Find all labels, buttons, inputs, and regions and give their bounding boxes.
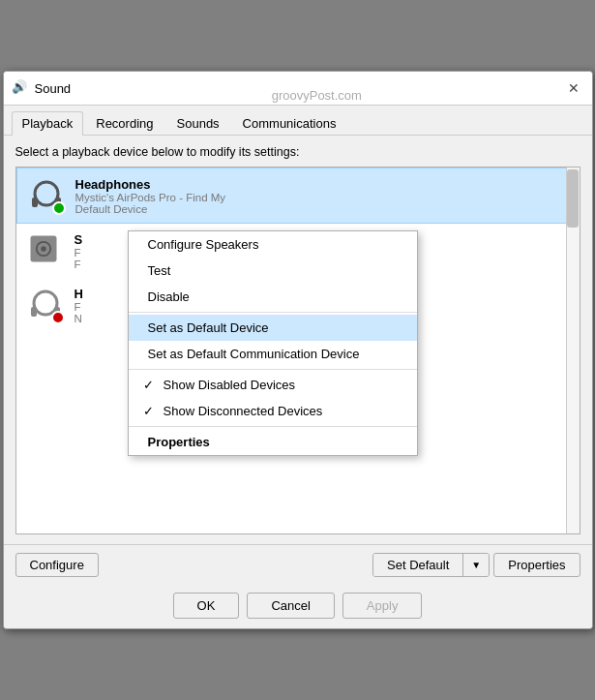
status-dot-green bbox=[52, 201, 66, 215]
device-sub2-headphones: Default Device bbox=[75, 203, 569, 215]
sound-dialog: 🔊 Sound groovyPost.com ✕ Playback Record… bbox=[3, 71, 593, 629]
set-default-arrow-button[interactable]: ▼ bbox=[463, 554, 489, 576]
status-dot-red bbox=[51, 311, 65, 324]
ctx-separator-3 bbox=[129, 426, 417, 427]
device-sub1-headphones: Mystic's AirPods Pro - Find My bbox=[75, 192, 569, 203]
device-list[interactable]: Headphones Mystic's AirPods Pro - Find M… bbox=[15, 167, 580, 534]
dialog-title: Sound bbox=[35, 81, 72, 96]
context-menu: Configure Speakers Test Disable Set as D… bbox=[128, 230, 418, 456]
svg-rect-7 bbox=[31, 307, 37, 317]
svg-point-5 bbox=[41, 246, 45, 251]
sound-icon: 🔊 bbox=[12, 79, 29, 97]
configure-button[interactable]: Configure bbox=[15, 553, 99, 577]
title-bar: 🔊 Sound groovyPost.com ✕ bbox=[4, 72, 592, 106]
tab-playback[interactable]: Playback bbox=[12, 111, 84, 136]
set-default-group: Set Default ▼ bbox=[372, 553, 490, 577]
ok-cancel-row: OK Cancel Apply bbox=[4, 585, 592, 628]
scrollbar-thumb[interactable] bbox=[567, 169, 579, 228]
ctx-configure[interactable]: Configure Speakers bbox=[129, 231, 417, 258]
device-icon-headphones-wrap bbox=[27, 176, 66, 215]
ctx-set-default-comm[interactable]: Set as Default Communication Device bbox=[129, 341, 417, 367]
ctx-set-default[interactable]: Set as Default Device bbox=[129, 315, 417, 341]
ctx-show-disconnected[interactable]: ✓ Show Disconnected Devices bbox=[129, 398, 417, 424]
ctx-disable[interactable]: Disable bbox=[129, 284, 417, 310]
ctx-separator-2 bbox=[129, 369, 417, 370]
cancel-button[interactable]: Cancel bbox=[247, 593, 334, 619]
instruction-text: Select a playback device below to modify… bbox=[15, 145, 580, 159]
device-icon-headphones2-wrap bbox=[26, 286, 65, 324]
device-info-headphones: Headphones Mystic's AirPods Pro - Find M… bbox=[75, 177, 569, 215]
set-default-button[interactable]: Set Default bbox=[373, 554, 463, 576]
main-content: Select a playback device below to modify… bbox=[4, 136, 592, 544]
ctx-properties[interactable]: Properties bbox=[129, 429, 417, 455]
svg-rect-1 bbox=[32, 198, 38, 207]
check-disabled-icon: ✓ bbox=[140, 378, 158, 392]
properties-button[interactable]: Properties bbox=[493, 553, 580, 577]
device-name-headphones: Headphones bbox=[75, 177, 569, 192]
scrollbar[interactable] bbox=[566, 167, 580, 533]
tab-sounds[interactable]: Sounds bbox=[166, 111, 230, 135]
title-bar-left: 🔊 Sound bbox=[12, 79, 72, 97]
speaker-icon bbox=[26, 231, 61, 266]
tab-recording[interactable]: Recording bbox=[85, 111, 164, 135]
device-item-headphones[interactable]: Headphones Mystic's AirPods Pro - Find M… bbox=[16, 167, 580, 224]
tab-communications[interactable]: Communications bbox=[232, 111, 347, 135]
check-disconnected-icon: ✓ bbox=[140, 404, 158, 418]
apply-button[interactable]: Apply bbox=[342, 593, 423, 619]
device-icon-speaker-wrap bbox=[26, 231, 65, 270]
watermark-text: groovyPost.com bbox=[272, 88, 362, 103]
bottom-button-row: Configure Set Default ▼ Properties bbox=[4, 544, 592, 585]
ctx-show-disabled-label: Show Disabled Devices bbox=[164, 378, 296, 392]
ctx-test[interactable]: Test bbox=[129, 258, 417, 284]
ctx-separator-1 bbox=[129, 312, 417, 313]
ok-button[interactable]: OK bbox=[173, 593, 240, 619]
ctx-show-disabled[interactable]: ✓ Show Disabled Devices bbox=[129, 372, 417, 398]
ctx-show-disconnected-label: Show Disconnected Devices bbox=[164, 404, 323, 418]
close-button[interactable]: ✕ bbox=[563, 77, 584, 99]
tab-bar: Playback Recording Sounds Communications bbox=[4, 106, 592, 136]
